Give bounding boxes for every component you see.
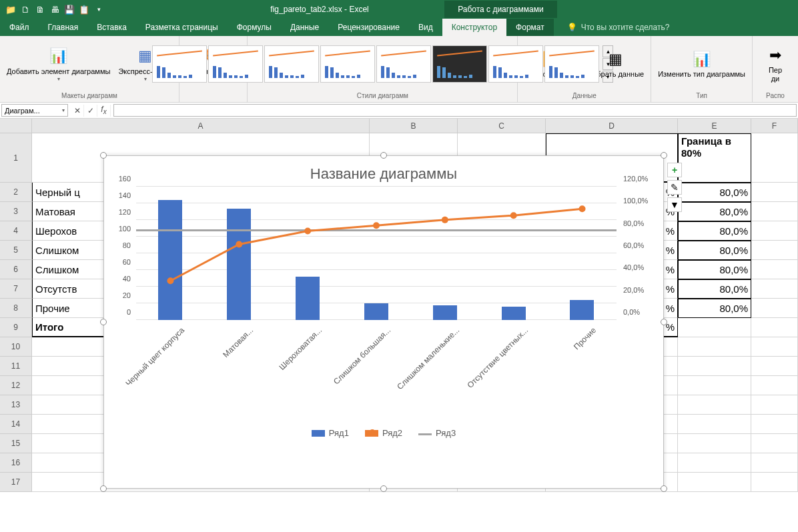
change-chart-type-button[interactable]: 📊 Изменить тип диаграммы	[655, 47, 748, 80]
legend-item[interactable]: Ряд1	[312, 428, 349, 438]
col-header-C[interactable]: C	[458, 119, 546, 133]
resize-handle[interactable]	[661, 485, 667, 492]
chart-style-thumb[interactable]	[376, 45, 431, 83]
row-header[interactable]: 17	[0, 473, 32, 492]
tab-layout[interactable]: Разметка страницы	[136, 19, 228, 36]
cell[interactable]	[678, 453, 751, 473]
row-header[interactable]: 12	[0, 376, 32, 395]
resize-handle[interactable]	[100, 485, 107, 492]
cell[interactable]	[751, 241, 798, 260]
col-header-F[interactable]: F	[751, 119, 798, 133]
worksheet-grid[interactable]: A B C D E F 1Кол-воПроцентПроцент дефек-…	[0, 119, 798, 532]
chart-style-thumb[interactable]	[264, 45, 319, 83]
cell[interactable]	[678, 415, 751, 434]
chart-style-thumb[interactable]	[544, 45, 599, 83]
namebox-dropdown-icon[interactable]: ▾	[62, 107, 65, 113]
save-icon[interactable]: 💾	[63, 3, 76, 16]
cell[interactable]	[678, 395, 751, 415]
chart-style-thumb[interactable]	[488, 45, 543, 83]
name-box[interactable]: Диаграм... ▾	[1, 104, 68, 117]
col-header-A[interactable]: A	[32, 119, 370, 133]
chart-legend[interactable]: Ряд1 Ряд2 Ряд3	[104, 423, 663, 443]
cell[interactable]	[751, 299, 798, 318]
cell[interactable]	[751, 453, 798, 473]
chart-elements-button[interactable]: +	[667, 163, 682, 177]
cell[interactable]	[751, 376, 798, 395]
style-gallery[interactable]	[151, 45, 600, 83]
cell[interactable]	[678, 337, 751, 357]
row-header[interactable]: 3	[0, 202, 32, 221]
tab-view[interactable]: Вид	[409, 19, 442, 36]
cell[interactable]	[751, 202, 798, 221]
row-header[interactable]: 2	[0, 183, 32, 202]
cell[interactable]	[751, 260, 798, 279]
qat-more-icon[interactable]: ▾	[92, 3, 105, 16]
enter-formula-icon[interactable]: ✓	[84, 105, 97, 117]
cell[interactable]: Граница в 80%	[678, 133, 751, 183]
row-header[interactable]: 13	[0, 395, 32, 415]
cell[interactable]	[751, 318, 798, 337]
tab-data[interactable]: Данные	[281, 19, 328, 36]
cell[interactable]: 80,0%	[678, 260, 751, 279]
chart-filter-button[interactable]: ▼	[667, 197, 682, 212]
cell[interactable]	[751, 415, 798, 434]
cell[interactable]	[678, 376, 751, 395]
chart-style-thumb[interactable]	[208, 45, 263, 83]
move-chart-button[interactable]: ➡ Пер ди	[757, 43, 794, 85]
cell[interactable]	[751, 337, 798, 357]
row-header[interactable]: 16	[0, 453, 32, 473]
tab-file[interactable]: Файл	[0, 19, 39, 36]
row-header[interactable]: 5	[0, 241, 32, 260]
row-header[interactable]: 10	[0, 337, 32, 357]
chart-style-thumb[interactable]	[320, 45, 375, 83]
tell-me-box[interactable]: 💡 Что вы хотите сделать?	[567, 19, 670, 36]
col-header-B[interactable]: B	[370, 119, 458, 133]
embedded-chart[interactable]: + ✎ ▼ Название диаграммы 020406080100120…	[103, 155, 664, 489]
row-header[interactable]: 6	[0, 260, 32, 279]
row-header[interactable]: 11	[0, 357, 32, 376]
new-icon[interactable]: 🗋	[19, 3, 32, 16]
print-preview-icon[interactable]: 🗎	[33, 3, 47, 16]
open-icon[interactable]: 📁	[4, 3, 17, 16]
cell[interactable]	[751, 133, 798, 183]
cumulative-line[interactable]	[136, 187, 617, 319]
plot-area[interactable]: 020406080100120140160 0,0%20,0%40,0%60,0…	[136, 187, 617, 320]
tab-insert[interactable]: Вставка	[87, 19, 136, 36]
legend-item[interactable]: Ряд3	[418, 428, 456, 438]
resize-handle[interactable]	[100, 319, 107, 325]
cell[interactable]	[751, 183, 798, 202]
cancel-formula-icon[interactable]: ✕	[71, 105, 84, 117]
paste-icon[interactable]: 📋	[77, 3, 91, 16]
chart-title[interactable]: Название диаграммы	[104, 156, 663, 187]
cell[interactable]	[751, 357, 798, 376]
chart-style-thumb[interactable]	[152, 45, 207, 83]
tab-home[interactable]: Главная	[39, 19, 88, 36]
chart-styles-button[interactable]: ✎	[667, 180, 682, 195]
tab-format[interactable]: Формат	[506, 19, 554, 36]
col-header-E[interactable]: E	[678, 119, 751, 133]
cell[interactable]: 80,0%	[678, 241, 751, 260]
select-all-corner[interactable]	[0, 119, 32, 133]
row-header[interactable]: 7	[0, 279, 32, 299]
cell[interactable]: 80,0%	[678, 202, 751, 221]
cell[interactable]: 80,0%	[678, 279, 751, 299]
resize-handle[interactable]	[661, 319, 667, 325]
row-header[interactable]: 14	[0, 415, 32, 434]
row-header[interactable]: 15	[0, 434, 32, 453]
legend-item[interactable]: Ряд2	[365, 428, 402, 438]
col-header-D[interactable]: D	[546, 119, 678, 133]
resize-handle[interactable]	[380, 485, 387, 492]
tab-review[interactable]: Рецензирование	[328, 19, 409, 36]
tab-design[interactable]: Конструктор	[442, 19, 506, 36]
formula-input[interactable]	[113, 104, 797, 117]
cell[interactable]	[751, 395, 798, 415]
resize-handle[interactable]	[661, 152, 667, 159]
cell[interactable]	[751, 434, 798, 453]
cell[interactable]	[678, 473, 751, 492]
cell[interactable]	[678, 434, 751, 453]
cell[interactable]	[751, 221, 798, 241]
print-icon[interactable]: 🖶	[48, 3, 61, 16]
row-header[interactable]: 9	[0, 318, 32, 337]
cell[interactable]: 80,0%	[678, 183, 751, 202]
cell[interactable]: 80,0%	[678, 221, 751, 241]
